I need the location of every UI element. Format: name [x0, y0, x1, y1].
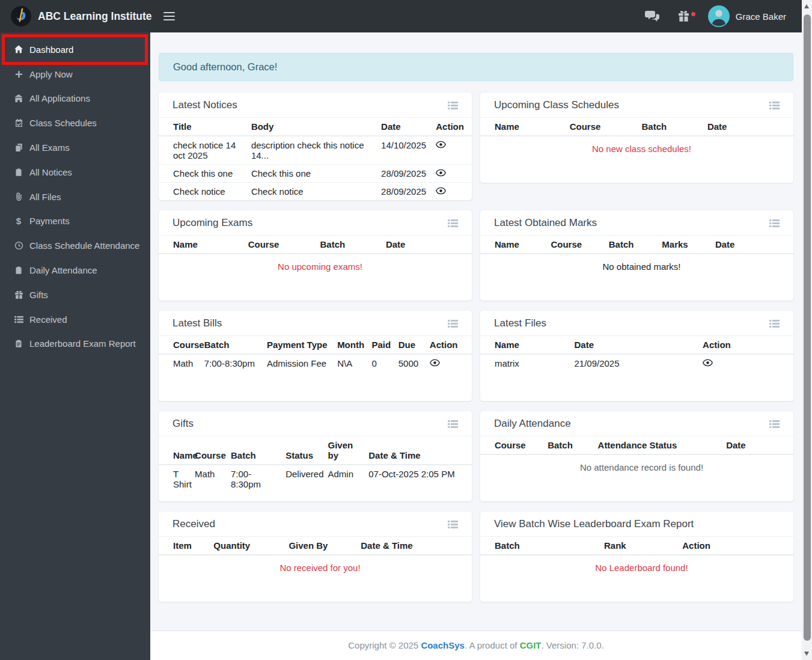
scrollbar-down-arrow-icon[interactable] — [804, 652, 809, 656]
dollar-icon: $ — [13, 216, 24, 226]
card-daily-attendance: Daily Attendance Course Batch Attendance… — [480, 411, 793, 501]
empty-state-text: No received for you! — [159, 555, 472, 596]
sidebar-item-dashboard[interactable]: Dashboard — [0, 37, 150, 62]
sidebar-item-all-applications[interactable]: All Applications — [0, 87, 150, 111]
latest-files-table: Name Date Action matrix 21/09/2025 — [480, 336, 793, 372]
sidebar-item-label: All Applications — [29, 93, 90, 103]
column-header: Action — [425, 336, 472, 354]
view-eye-icon[interactable] — [436, 141, 446, 148]
copyright-text: Copyright © 2025 — [348, 640, 421, 650]
list-tool-icon[interactable] — [769, 219, 780, 228]
column-header: Given by — [323, 436, 364, 465]
top-navbar: ABC Learning Institute — [0, 0, 802, 32]
sidebar-item-label: All Files — [29, 192, 61, 202]
avatar — [708, 5, 730, 27]
clipboard-icon — [13, 168, 24, 177]
greeting-banner: Good afternoon, Grace! — [159, 53, 793, 81]
sidebar-item-all-notices[interactable]: All Notices — [0, 160, 150, 185]
version-text: . Version: 7.0.0. — [542, 640, 604, 650]
column-header: Name — [159, 236, 243, 254]
sidebar-item-class-schedule-attendance[interactable]: Class Schedule Attendance — [0, 233, 150, 258]
clipboard-icon — [13, 266, 24, 275]
calendar-check-icon — [13, 118, 24, 127]
column-header: Date — [721, 436, 793, 454]
card-upcoming-exams: Upcoming Exams Name Course Batch Date No… — [159, 210, 472, 301]
list-tool-icon[interactable] — [448, 520, 458, 529]
sidebar-item-apply-now[interactable]: Apply Now — [0, 62, 150, 87]
column-header: Month — [332, 336, 367, 354]
table-row: Check notice Check notice 28/09/2025 — [159, 183, 472, 201]
gift-icon — [13, 290, 24, 299]
brand[interactable]: ABC Learning Institute — [0, 5, 150, 27]
plus-icon — [13, 70, 24, 79]
empty-state-text: No upcoming exams! — [159, 254, 472, 295]
list-tool-icon[interactable] — [448, 219, 458, 228]
card-leaderboard-exam-report: View Batch Wise Leaderboard Exam Report … — [480, 512, 793, 602]
list-tool-icon[interactable] — [448, 420, 458, 429]
list-tool-icon[interactable] — [769, 420, 780, 429]
column-header: Paid — [367, 336, 393, 354]
card-title: Gifts — [172, 418, 194, 430]
sidebar: Dashboard Apply Now All Applications Cla… — [0, 32, 150, 660]
app-logo-icon — [10, 5, 32, 27]
column-header: Payment Type — [262, 336, 332, 354]
scrollbar-up-arrow-icon[interactable] — [804, 4, 809, 8]
cgit-link[interactable]: CGIT — [520, 640, 542, 650]
list-tool-icon[interactable] — [448, 101, 458, 110]
card-received: Received Item Quantity Given By Date & T… — [159, 512, 472, 602]
column-header: Body — [246, 118, 376, 136]
column-header: Due — [394, 336, 425, 354]
view-eye-icon[interactable] — [703, 359, 713, 367]
sidebar-item-label: Daily Attendance — [29, 265, 97, 275]
column-header: Status — [281, 436, 323, 465]
view-eye-icon[interactable] — [436, 169, 446, 177]
coachsys-link[interactable]: CoachSys — [421, 640, 465, 650]
sidebar-item-label: Apply Now — [29, 69, 73, 79]
empty-state-text: No obtained marks! — [480, 254, 793, 295]
empty-state-text: No Leaderboard found! — [480, 555, 793, 596]
column-header: Batch — [604, 236, 658, 254]
card-latest-obtained-marks: Latest Obtained Marks Name Course Batch … — [480, 210, 793, 301]
list-tool-icon[interactable] — [448, 319, 458, 328]
list-tool-icon[interactable] — [769, 319, 780, 328]
sidebar-item-class-schedules[interactable]: Class Schedules — [0, 111, 150, 135]
sidebar-item-label: Received — [29, 314, 67, 325]
user-menu[interactable]: Grace Baker — [708, 5, 786, 27]
table-row: matrix 21/09/2025 — [480, 354, 793, 372]
latest-notices-table: Title Body Date Action check notice 14 o… — [159, 118, 472, 200]
sidebar-item-all-files[interactable]: All Files — [0, 185, 150, 209]
view-eye-icon[interactable] — [436, 187, 446, 195]
column-header: Date — [381, 236, 472, 254]
scrollbar[interactable] — [802, 0, 812, 660]
scrollbar-thumb[interactable] — [804, 14, 811, 641]
sidebar-item-all-exams[interactable]: All Exams — [0, 135, 150, 160]
product-text: . A product of — [465, 640, 520, 650]
chat-icon[interactable] — [645, 11, 659, 22]
card-gifts: Gifts Name Course Batch Status Given by … — [159, 411, 472, 501]
column-header: Course — [159, 336, 200, 354]
sidebar-item-received[interactable]: Received — [0, 307, 150, 332]
upcoming-class-schedules-table: Name Course Batch Date No new class sche… — [480, 118, 793, 177]
view-eye-icon[interactable] — [430, 359, 440, 367]
column-header: Date — [703, 118, 793, 136]
table-row: check notice 14 oct 2025 description che… — [159, 136, 472, 165]
navbar-right: Grace Baker — [645, 5, 802, 27]
copy-icon — [13, 143, 24, 152]
sidebar-item-daily-attendance[interactable]: Daily Attendance — [0, 258, 150, 283]
table-row: Math 7:00-8:30pm Admission Fee N\A 0 500… — [159, 354, 472, 372]
column-header: Action — [431, 118, 472, 136]
empty-state-text: No attendance record is found! — [480, 454, 793, 495]
table-row: T Shirt Math 7:00-8:30pm Delivered Admin… — [159, 465, 472, 493]
sidebar-item-label: Class Schedules — [29, 118, 97, 128]
gifts-table: Name Course Batch Status Given by Date &… — [159, 436, 472, 493]
sidebar-item-label: Leaderboard Exam Report — [29, 338, 136, 349]
list-tool-icon[interactable] — [769, 101, 780, 110]
column-header: Name — [480, 236, 546, 254]
sidebar-item-payments[interactable]: $ Payments — [0, 209, 150, 234]
sidebar-item-leaderboard-exam-report[interactable]: Leaderboard Exam Report — [0, 332, 150, 356]
list-icon — [13, 316, 24, 323]
sidebar-item-label: Payments — [29, 216, 70, 226]
sidebar-toggle-hamburger-icon[interactable] — [163, 12, 175, 21]
gift-notifications-icon[interactable] — [677, 10, 690, 22]
sidebar-item-gifts[interactable]: Gifts — [0, 283, 150, 307]
